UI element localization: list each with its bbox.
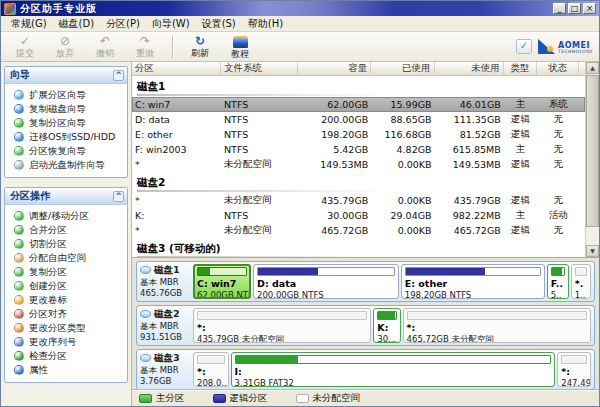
partition-row[interactable]: C: win7NTFS62.00GB15.99GB46.01GB主系统 (132, 97, 585, 112)
partition-blocks: *:208.0...I:3.31GB FAT32*:247.49... (193, 352, 591, 387)
partition-block[interactable]: *.1.. (571, 264, 591, 299)
disk-group-divider (137, 94, 386, 96)
partition-cell: 逻辑 (504, 158, 538, 171)
sidebar-wizard-item[interactable]: 复制分区向导 (5, 116, 127, 130)
disk-icon (140, 310, 151, 318)
usage-bar (377, 311, 396, 320)
sidebar-wizard-item[interactable]: 迁移OS到SSD/HDD (5, 130, 127, 144)
app-icon (4, 3, 16, 15)
column-header[interactable]: 类型 (504, 62, 538, 75)
disk-info: 磁盘3基本 MBR3.76GB (140, 352, 190, 386)
menu-item-partition[interactable]: 分区(P) (100, 17, 146, 31)
panel-header[interactable]: 向导^ (5, 67, 127, 84)
minimize-button[interactable]: _ (553, 3, 566, 14)
panel-header[interactable]: 分区操作^ (5, 188, 127, 205)
partition-block[interactable]: D: data200.00GB NTFS (253, 264, 399, 299)
refresh-button[interactable]: ↻刷新 (180, 35, 220, 58)
toolbar-button-label: 教程 (220, 49, 260, 59)
redo-button[interactable]: ↷重做 (125, 35, 165, 58)
tutorial-button[interactable]: 教程 (220, 35, 260, 59)
sidebar-operation-item[interactable]: 属性 (5, 363, 127, 377)
disk-type-label: 基本 MBR (140, 365, 190, 376)
sidebar-wizard-item[interactable]: 复制磁盘向导 (5, 102, 127, 116)
commit-button[interactable]: ✓提交 (5, 35, 45, 58)
legend-label: 未分配空间 (313, 392, 361, 405)
sidebar-operation-item[interactable]: 调整/移动分区 (5, 209, 127, 223)
sidebar-wizard-item[interactable]: 启动光盘制作向导 (5, 158, 127, 172)
menu-item-settings[interactable]: 设置(S) (196, 17, 242, 31)
partition-row[interactable]: F: win2003NTFS5.42GB4.82GB615.85MB主无 (132, 142, 585, 157)
sidebar-wizard-item[interactable]: 分区恢复向导 (5, 144, 127, 158)
partition-cell: NTFS (221, 99, 298, 110)
column-header[interactable]: 分区 (132, 62, 221, 75)
partition-label: D: data (257, 278, 395, 290)
partition-size-label: 208.0... (197, 378, 225, 387)
scrollbar-up-button[interactable]: ▲ (586, 62, 599, 74)
menu-item-wizard[interactable]: 向导(W) (146, 17, 196, 31)
sidebar-operation-item[interactable]: 切割分区 (5, 237, 127, 251)
scrollbar-thumb[interactable] (586, 75, 599, 227)
scrollbar-down-button[interactable]: ▼ (586, 245, 599, 257)
partition-block[interactable]: I:3.31GB FAT32 (231, 352, 556, 387)
partition-block[interactable]: *:465.72GB 未分配空间 (403, 308, 591, 343)
sidebar-operation-item[interactable]: 复制分区 (5, 265, 127, 279)
chevron-up-icon[interactable]: ^ (113, 70, 124, 81)
partition-cell: 435.79GB (435, 195, 504, 206)
partition-block[interactable]: *:247.49... (557, 352, 591, 387)
partition-row[interactable]: *未分配空间149.53MB0.00KB149.53MB逻辑无 (132, 157, 585, 172)
sidebar-operation-item[interactable]: 更改分区类型 (5, 321, 127, 335)
partition-block[interactable]: K:30... (373, 308, 400, 343)
vertical-scrollbar[interactable]: ▲ ▼ (585, 62, 599, 257)
sidebar-operation-item[interactable]: 合并分区 (5, 223, 127, 237)
partition-cell: 未分配空间 (221, 194, 298, 207)
column-header[interactable]: 状态 (537, 62, 579, 75)
partition-block[interactable]: F..5.. (547, 264, 569, 299)
sidebar-panel-operations: 分区操作^调整/移动分区合并分区切割分区分配自由空间复制分区创建分区更改卷标分区… (4, 187, 128, 383)
partition-cell: 无 (537, 113, 579, 126)
partition-row[interactable]: *未分配空间465.72GB0.00KB465.72GB逻辑无 (132, 223, 585, 238)
maximize-button[interactable]: □ (568, 3, 581, 14)
chevron-up-icon[interactable]: ^ (113, 191, 124, 202)
partition-row[interactable]: E: otherNTFS198.20GB116.68GB81.52GB逻辑无 (132, 127, 585, 142)
sidebar-item-icon (14, 281, 24, 291)
column-header[interactable]: 容量 (298, 62, 371, 75)
disk-name: 磁盘3 (140, 352, 190, 364)
partition-cell: 活动 (537, 209, 579, 222)
sidebar-item-icon (14, 211, 24, 221)
sidebar-item-icon (14, 239, 24, 249)
partition-block[interactable]: C: win762.00GB NTFS (193, 264, 251, 299)
toolbar-buttons: ✓提交⊘放弃↶撤销↷重做↻刷新教程 (5, 35, 260, 59)
partition-block[interactable]: *:435.79GB 未分配空间 (193, 308, 371, 343)
partition-block[interactable]: *:208.0... (193, 352, 229, 387)
panel-items: 调整/移动分区合并分区切割分区分配自由空间复制分区创建分区更改卷标分区对齐更改分… (5, 205, 127, 382)
partition-label: *: (561, 366, 587, 378)
menu-item-general[interactable]: 常规(G) (5, 17, 53, 31)
scrollbar-track[interactable] (586, 228, 599, 245)
sidebar-operation-item[interactable]: 检查分区 (5, 349, 127, 363)
partition-block[interactable]: E: other198.20GB NTFS (401, 264, 545, 299)
partition-cell: 主 (504, 143, 538, 156)
sidebar-item-label: 更改序列号 (29, 336, 77, 349)
undo-button[interactable]: ↶撤销 (85, 35, 125, 58)
sidebar-operation-item[interactable]: 更改序列号 (5, 335, 127, 349)
discard-button[interactable]: ⊘放弃 (45, 35, 85, 58)
column-header[interactable]: 已使用 (371, 62, 434, 75)
menu-item-disk[interactable]: 磁盘(D) (53, 17, 101, 31)
check-badge-icon[interactable]: ✓ (516, 39, 532, 54)
menu-item-help[interactable]: 帮助(H) (242, 17, 289, 31)
legend-swatch-logical (213, 394, 226, 403)
partition-row[interactable]: D: dataNTFS200.00GB88.65GB111.35GB逻辑无 (132, 112, 585, 127)
sidebar-operation-item[interactable]: 分配自由空间 (5, 251, 127, 265)
sidebar-item-icon (14, 160, 24, 170)
column-header[interactable]: 文件系统 (221, 62, 298, 75)
partition-row[interactable]: K:NTFS30.00GB29.04GB982.22MB主活动 (132, 208, 585, 223)
sidebar-operation-item[interactable]: 创建分区 (5, 279, 127, 293)
sidebar-operation-item[interactable]: 分区对齐 (5, 307, 127, 321)
usage-bar-fill (258, 268, 318, 275)
sidebar-operation-item[interactable]: 更改卷标 (5, 293, 127, 307)
partition-row[interactable]: *未分配空间435.79GB0.00KB435.79GB逻辑无 (132, 193, 585, 208)
column-header[interactable]: 未使用 (435, 62, 504, 75)
partition-blocks: *:435.79GB 未分配空间K:30...*:465.72GB 未分配空间 (193, 308, 591, 343)
sidebar-wizard-item[interactable]: 扩展分区向导 (5, 88, 127, 102)
close-button[interactable]: × (583, 3, 596, 14)
